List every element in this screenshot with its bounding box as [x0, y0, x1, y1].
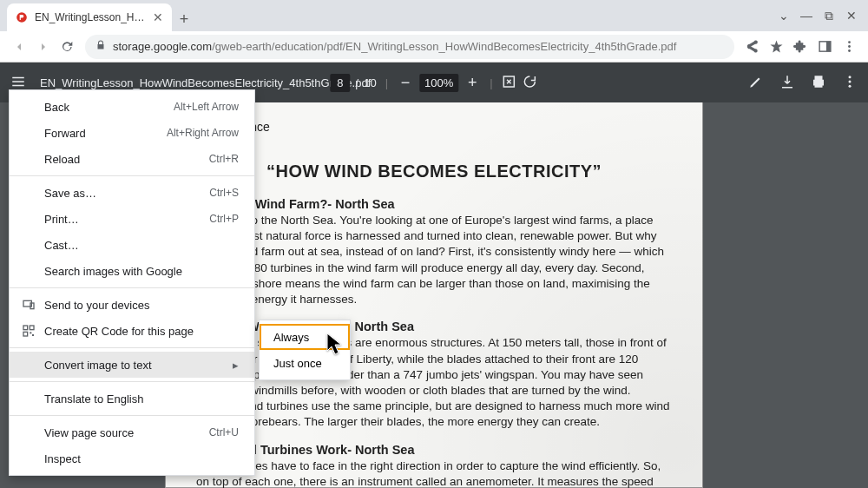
pdf-page-controls: 8 / 10 | − 100% + | [330, 74, 537, 92]
pdf-filename: EN_WritingLesson_HowWindBecomesElectrici… [40, 76, 371, 89]
ctx-reload[interactable]: ReloadCtrl+R [10, 146, 254, 172]
ctx-translate[interactable]: Translate to English [10, 386, 254, 412]
window-controls: ⌄ — ⧉ ✕ [773, 0, 868, 31]
edit-pdf-icon[interactable] [748, 74, 764, 92]
svg-point-4 [848, 45, 851, 48]
doc-subject: Earth science [196, 120, 672, 134]
submenu-arrow-icon: ▸ [233, 359, 239, 372]
section1-heading: What is a Wind Farm?- North Sea [196, 197, 672, 211]
pdf-page-sep: / [356, 76, 359, 89]
nav-forward-button[interactable] [31, 35, 56, 59]
ctx-separator [10, 175, 254, 176]
svg-point-3 [848, 41, 851, 43]
fit-page-icon[interactable] [502, 74, 517, 92]
ctx-separator [10, 415, 254, 416]
svg-point-7 [849, 76, 852, 78]
browser-tab-strip: EN_WritingLesson_HowWindBec ✕ + ⌄ — ⧉ ✕ [0, 0, 868, 31]
ctx-search-images[interactable]: Search images with Google [10, 258, 254, 284]
print-icon[interactable] [811, 74, 826, 92]
pdf-page-total: 10 [364, 76, 376, 89]
pdf-page-input[interactable]: 8 [330, 74, 350, 92]
ctx-separator [10, 381, 254, 382]
ctx-inspect[interactable]: Inspect [10, 445, 254, 472]
tab-title: EN_WritingLesson_HowWindBec [35, 11, 148, 23]
ctx-separator [10, 287, 254, 288]
svg-point-8 [849, 80, 852, 82]
section3-heading: How Wind Turbines Work- North Sea [196, 443, 672, 457]
ctx-back[interactable]: BackAlt+Left Arrow [10, 94, 254, 120]
svg-rect-15 [30, 332, 31, 333]
doc-title: “HOW WIND BECOMES ELECTRICITY” [196, 162, 672, 181]
address-bar[interactable]: storage.google.com/gweb-earth/education/… [85, 35, 734, 59]
section3-body: Wind turbines have to face in the right … [196, 458, 672, 488]
svg-rect-14 [23, 332, 28, 336]
window-minimize-button[interactable]: — [795, 9, 818, 23]
bookmark-star-icon[interactable] [764, 35, 788, 59]
rotate-icon[interactable] [523, 74, 538, 92]
devices-icon [22, 298, 36, 312]
qr-icon [22, 324, 36, 338]
ctx-convert-image-to-text[interactable]: Convert image to text▸ [10, 352, 254, 378]
nav-reload-button[interactable] [56, 35, 80, 59]
browser-menu-icon[interactable] [837, 35, 861, 59]
svg-rect-2 [825, 42, 830, 51]
new-tab-button[interactable]: + [172, 7, 196, 31]
section1-body: Welcome to the North Sea. You're looking… [196, 213, 672, 307]
svg-rect-13 [30, 326, 34, 330]
zoom-out-button[interactable]: − [397, 75, 414, 90]
ctx-forward[interactable]: ForwardAlt+Right Arrow [10, 120, 254, 146]
download-icon[interactable] [779, 74, 795, 92]
svg-point-5 [848, 49, 851, 52]
url-host: storage.google.com [113, 40, 212, 53]
pdf-more-icon[interactable] [842, 74, 858, 92]
ctx-save-as[interactable]: Save as…Ctrl+S [10, 180, 254, 206]
tab-close-icon[interactable]: ✕ [153, 10, 163, 24]
svg-rect-16 [32, 334, 34, 336]
nav-back-button[interactable] [7, 35, 31, 59]
ctx-send-to-devices[interactable]: Send to your devices [10, 292, 254, 318]
url-path: /gweb-earth/education/pdf/EN_WritingLess… [212, 40, 676, 53]
browser-toolbar: storage.google.com/gweb-earth/education/… [0, 31, 868, 63]
ctx-print[interactable]: Print…Ctrl+P [10, 206, 254, 232]
context-menu: BackAlt+Left Arrow ForwardAlt+Right Arro… [9, 89, 255, 476]
zoom-in-button[interactable]: + [464, 75, 481, 90]
ctx-view-source[interactable]: View page sourceCtrl+U [10, 419, 254, 445]
ctx-separator [10, 347, 254, 348]
ctx-cast[interactable]: Cast… [10, 232, 254, 258]
zoom-level[interactable]: 100% [419, 74, 458, 92]
svg-rect-12 [23, 326, 28, 330]
extensions-icon[interactable] [788, 35, 812, 59]
mouse-cursor-icon [326, 333, 345, 360]
window-chevron-icon[interactable]: ⌄ [773, 9, 795, 23]
sidepanel-icon[interactable] [812, 35, 837, 59]
svg-point-9 [849, 84, 852, 87]
ctx-create-qr[interactable]: Create QR Code for this page [10, 318, 254, 344]
pdf-favicon [16, 11, 28, 23]
doc-grade: Grade 5 [196, 141, 672, 155]
window-close-button[interactable]: ✕ [840, 9, 863, 23]
window-maximize-button[interactable]: ⧉ [818, 9, 840, 23]
share-icon[interactable] [740, 35, 764, 59]
lock-icon [95, 40, 106, 53]
browser-tab-active[interactable]: EN_WritingLesson_HowWindBec ✕ [7, 3, 172, 31]
